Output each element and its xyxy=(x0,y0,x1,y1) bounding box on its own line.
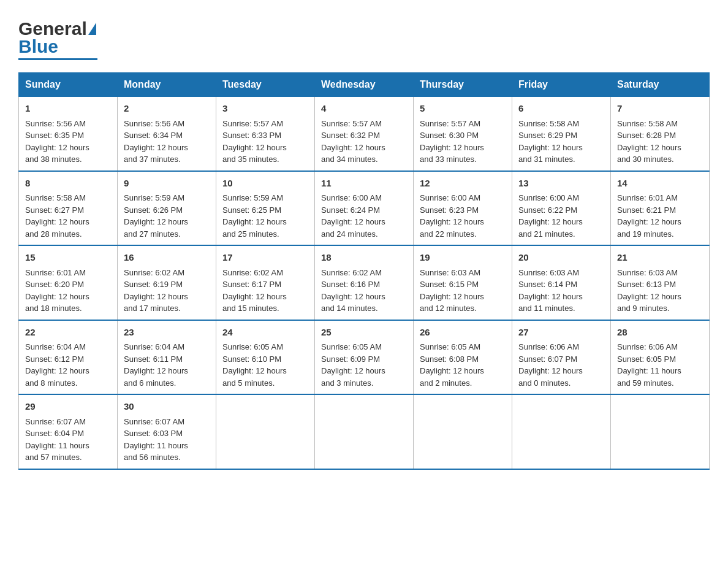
day-number: 11 xyxy=(321,177,407,191)
calendar-cell: 23Sunrise: 6:04 AM Sunset: 6:11 PM Dayli… xyxy=(118,320,216,395)
calendar-header-wednesday: Wednesday xyxy=(315,73,414,97)
day-info: Sunrise: 6:07 AM Sunset: 6:03 PM Dayligh… xyxy=(124,417,188,462)
calendar-cell xyxy=(414,394,512,469)
day-number: 16 xyxy=(124,251,210,265)
day-info: Sunrise: 6:03 AM Sunset: 6:13 PM Dayligh… xyxy=(617,268,681,313)
day-info: Sunrise: 6:00 AM Sunset: 6:24 PM Dayligh… xyxy=(321,193,385,239)
calendar-cell: 27Sunrise: 6:06 AM Sunset: 6:07 PM Dayli… xyxy=(512,320,611,395)
day-info: Sunrise: 6:05 AM Sunset: 6:10 PM Dayligh… xyxy=(222,342,287,388)
day-info: Sunrise: 6:01 AM Sunset: 6:21 PM Dayligh… xyxy=(617,193,681,239)
day-info: Sunrise: 5:59 AM Sunset: 6:25 PM Dayligh… xyxy=(222,193,287,239)
calendar-cell: 2Sunrise: 5:56 AM Sunset: 6:34 PM Daylig… xyxy=(118,97,216,171)
day-number: 20 xyxy=(518,251,604,265)
page-header: General Blue xyxy=(18,18,710,60)
day-number: 7 xyxy=(617,102,703,116)
day-info: Sunrise: 5:56 AM Sunset: 6:34 PM Dayligh… xyxy=(124,119,188,164)
calendar-cell: 16Sunrise: 6:02 AM Sunset: 6:19 PM Dayli… xyxy=(118,245,216,320)
day-number: 17 xyxy=(222,251,308,265)
calendar-cell: 25Sunrise: 6:05 AM Sunset: 6:09 PM Dayli… xyxy=(315,320,414,395)
calendar-cell: 30Sunrise: 6:07 AM Sunset: 6:03 PM Dayli… xyxy=(118,394,216,469)
calendar-cell xyxy=(512,394,611,469)
calendar-cell: 6Sunrise: 5:58 AM Sunset: 6:29 PM Daylig… xyxy=(512,97,611,171)
calendar-cell: 4Sunrise: 5:57 AM Sunset: 6:32 PM Daylig… xyxy=(315,97,414,171)
calendar-cell: 12Sunrise: 6:00 AM Sunset: 6:23 PM Dayli… xyxy=(414,171,512,246)
logo-row2: Blue xyxy=(18,36,58,57)
day-number: 23 xyxy=(124,326,210,340)
day-info: Sunrise: 6:05 AM Sunset: 6:09 PM Dayligh… xyxy=(321,342,385,388)
day-info: Sunrise: 6:00 AM Sunset: 6:23 PM Dayligh… xyxy=(420,193,484,239)
calendar-cell: 5Sunrise: 5:57 AM Sunset: 6:30 PM Daylig… xyxy=(414,97,512,171)
calendar-cell: 8Sunrise: 5:58 AM Sunset: 6:27 PM Daylig… xyxy=(19,171,118,246)
day-info: Sunrise: 6:06 AM Sunset: 6:05 PM Dayligh… xyxy=(617,342,681,388)
logo-triangle-icon xyxy=(88,23,96,35)
day-info: Sunrise: 6:02 AM Sunset: 6:16 PM Dayligh… xyxy=(321,268,385,313)
day-number: 25 xyxy=(321,326,407,340)
calendar-cell: 13Sunrise: 6:00 AM Sunset: 6:22 PM Dayli… xyxy=(512,171,611,246)
day-number: 18 xyxy=(321,251,407,265)
calendar-week-row: 29Sunrise: 6:07 AM Sunset: 6:04 PM Dayli… xyxy=(19,394,710,469)
calendar-cell: 1Sunrise: 5:56 AM Sunset: 6:35 PM Daylig… xyxy=(19,97,118,171)
calendar-cell: 7Sunrise: 5:58 AM Sunset: 6:28 PM Daylig… xyxy=(611,97,710,171)
day-info: Sunrise: 6:01 AM Sunset: 6:20 PM Dayligh… xyxy=(25,268,89,313)
calendar-header-saturday: Saturday xyxy=(611,73,710,97)
day-number: 4 xyxy=(321,102,407,116)
day-number: 29 xyxy=(25,400,111,414)
calendar-cell: 24Sunrise: 6:05 AM Sunset: 6:10 PM Dayli… xyxy=(216,320,315,395)
day-info: Sunrise: 5:56 AM Sunset: 6:35 PM Dayligh… xyxy=(25,119,89,164)
day-number: 14 xyxy=(617,177,703,191)
day-number: 10 xyxy=(222,177,308,191)
day-info: Sunrise: 6:02 AM Sunset: 6:17 PM Dayligh… xyxy=(222,268,287,313)
day-info: Sunrise: 5:57 AM Sunset: 6:33 PM Dayligh… xyxy=(222,119,287,164)
day-info: Sunrise: 6:04 AM Sunset: 6:11 PM Dayligh… xyxy=(124,342,188,388)
day-info: Sunrise: 6:02 AM Sunset: 6:19 PM Dayligh… xyxy=(124,268,188,313)
day-info: Sunrise: 5:58 AM Sunset: 6:29 PM Dayligh… xyxy=(518,119,583,164)
logo-blue-part: Blue xyxy=(18,36,58,57)
day-number: 30 xyxy=(124,400,210,414)
calendar-cell xyxy=(216,394,315,469)
day-info: Sunrise: 5:58 AM Sunset: 6:27 PM Dayligh… xyxy=(25,193,89,239)
day-number: 28 xyxy=(617,326,703,340)
day-info: Sunrise: 6:03 AM Sunset: 6:15 PM Dayligh… xyxy=(420,268,484,313)
day-info: Sunrise: 6:05 AM Sunset: 6:08 PM Dayligh… xyxy=(420,342,484,388)
day-info: Sunrise: 5:59 AM Sunset: 6:26 PM Dayligh… xyxy=(124,193,188,239)
day-number: 19 xyxy=(420,251,506,265)
day-number: 12 xyxy=(420,177,506,191)
calendar-cell: 29Sunrise: 6:07 AM Sunset: 6:04 PM Dayli… xyxy=(19,394,118,469)
calendar-header-thursday: Thursday xyxy=(414,73,512,97)
day-number: 2 xyxy=(124,102,210,116)
calendar-cell: 10Sunrise: 5:59 AM Sunset: 6:25 PM Dayli… xyxy=(216,171,315,246)
day-number: 8 xyxy=(25,177,111,191)
calendar-header-tuesday: Tuesday xyxy=(216,73,315,97)
logo-underline xyxy=(18,58,97,60)
day-number: 5 xyxy=(420,102,506,116)
calendar-cell xyxy=(611,394,710,469)
day-info: Sunrise: 5:57 AM Sunset: 6:32 PM Dayligh… xyxy=(321,119,385,164)
calendar-cell: 19Sunrise: 6:03 AM Sunset: 6:15 PM Dayli… xyxy=(414,245,512,320)
calendar-table: SundayMondayTuesdayWednesdayThursdayFrid… xyxy=(18,72,710,470)
calendar-cell: 14Sunrise: 6:01 AM Sunset: 6:21 PM Dayli… xyxy=(611,171,710,246)
day-number: 21 xyxy=(617,251,703,265)
calendar-week-row: 8Sunrise: 5:58 AM Sunset: 6:27 PM Daylig… xyxy=(19,171,710,246)
day-info: Sunrise: 5:57 AM Sunset: 6:30 PM Dayligh… xyxy=(420,119,484,164)
calendar-cell: 3Sunrise: 5:57 AM Sunset: 6:33 PM Daylig… xyxy=(216,97,315,171)
calendar-cell: 9Sunrise: 5:59 AM Sunset: 6:26 PM Daylig… xyxy=(118,171,216,246)
day-number: 6 xyxy=(518,102,604,116)
calendar-cell: 20Sunrise: 6:03 AM Sunset: 6:14 PM Dayli… xyxy=(512,245,611,320)
day-number: 26 xyxy=(420,326,506,340)
calendar-week-row: 22Sunrise: 6:04 AM Sunset: 6:12 PM Dayli… xyxy=(19,320,710,395)
day-number: 3 xyxy=(222,102,308,116)
calendar-header-friday: Friday xyxy=(512,73,611,97)
calendar-cell: 15Sunrise: 6:01 AM Sunset: 6:20 PM Dayli… xyxy=(19,245,118,320)
calendar-header-monday: Monday xyxy=(118,73,216,97)
day-number: 27 xyxy=(518,326,604,340)
calendar-cell: 21Sunrise: 6:03 AM Sunset: 6:13 PM Dayli… xyxy=(611,245,710,320)
day-number: 22 xyxy=(25,326,111,340)
day-number: 15 xyxy=(25,251,111,265)
day-info: Sunrise: 6:06 AM Sunset: 6:07 PM Dayligh… xyxy=(518,342,583,388)
calendar-cell: 26Sunrise: 6:05 AM Sunset: 6:08 PM Dayli… xyxy=(414,320,512,395)
calendar-week-row: 1Sunrise: 5:56 AM Sunset: 6:35 PM Daylig… xyxy=(19,97,710,171)
day-info: Sunrise: 6:00 AM Sunset: 6:22 PM Dayligh… xyxy=(518,193,583,239)
calendar-header-row: SundayMondayTuesdayWednesdayThursdayFrid… xyxy=(19,73,710,97)
day-info: Sunrise: 6:07 AM Sunset: 6:04 PM Dayligh… xyxy=(25,417,89,462)
logo: General Blue xyxy=(18,18,97,60)
